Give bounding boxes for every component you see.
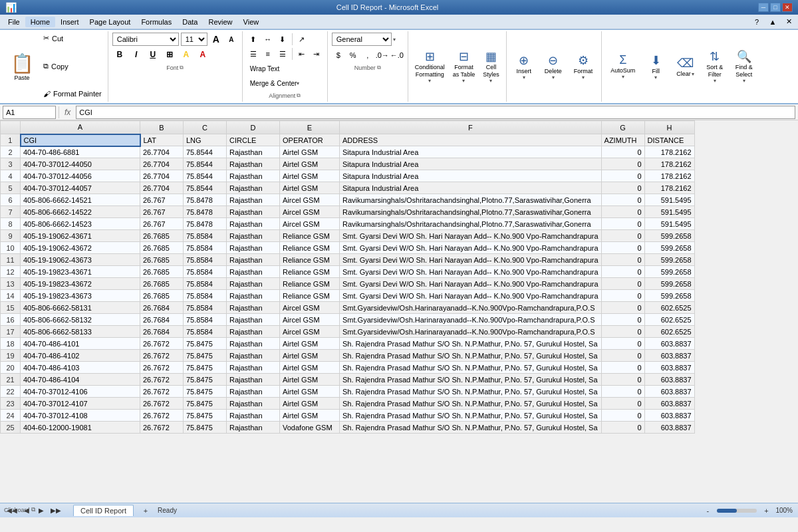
- cell-G3[interactable]: 0: [601, 158, 644, 170]
- cell-G14[interactable]: 0: [601, 290, 644, 302]
- cell-D21[interactable]: Rajasthan: [227, 374, 280, 386]
- cell-B18[interactable]: 26.7672: [140, 338, 184, 350]
- col-header-C[interactable]: C: [184, 121, 227, 134]
- cell-H2[interactable]: 178.2162: [644, 146, 694, 158]
- cell-A8[interactable]: 405-806-6662-14523: [21, 218, 140, 230]
- cell-A11[interactable]: 405-19-19062-43673: [21, 254, 140, 266]
- cell-E5[interactable]: Airtel GSM: [280, 182, 340, 194]
- cell-F14[interactable]: Smt. Gyarsi Devi W/O Sh. Hari Narayan Ad…: [340, 290, 602, 302]
- cell-G20[interactable]: 0: [601, 362, 644, 374]
- cell-H14[interactable]: 599.2658: [644, 290, 694, 302]
- cell-G18[interactable]: 0: [601, 338, 644, 350]
- cell-H8[interactable]: 591.5495: [644, 218, 694, 230]
- cell-H22[interactable]: 603.8837: [644, 386, 694, 398]
- cell-G12[interactable]: 0: [601, 266, 644, 278]
- cell-G4[interactable]: 0: [601, 170, 644, 182]
- cell-E19[interactable]: Airtel GSM: [280, 350, 340, 362]
- cell-D24[interactable]: Rajasthan: [227, 410, 280, 422]
- help-button[interactable]: ?: [750, 15, 763, 29]
- cell-C21[interactable]: 75.8475: [184, 374, 227, 386]
- cell-E24[interactable]: Airtel GSM: [280, 410, 340, 422]
- cell-C12[interactable]: 75.8584: [184, 266, 227, 278]
- conditional-formatting-button[interactable]: ⊞ ConditionalFormatting ▾: [412, 48, 448, 86]
- clear-button[interactable]: ⌫ Clear ▾: [672, 53, 699, 80]
- col-header-B[interactable]: B: [140, 121, 184, 134]
- cell-E21[interactable]: Airtel GSM: [280, 374, 340, 386]
- cell-E15[interactable]: Aircel GSM: [280, 302, 340, 314]
- cell-B3[interactable]: 26.7704: [140, 158, 184, 170]
- cell-B11[interactable]: 26.7685: [140, 254, 184, 266]
- formula-input[interactable]: [76, 106, 795, 119]
- cell-G25[interactable]: 0: [601, 422, 644, 434]
- add-sheet-button[interactable]: +: [139, 504, 152, 517]
- find-select-button[interactable]: 🔍 Find &Select ▾: [731, 46, 757, 88]
- cell-G13[interactable]: 0: [601, 278, 644, 290]
- font-increase-button[interactable]: A: [209, 33, 223, 46]
- cell-D7[interactable]: Rajasthan: [227, 206, 280, 218]
- cell-F13[interactable]: Smt. Gyarsi Devi W/O Sh. Hari Narayan Ad…: [340, 278, 602, 290]
- cell-B6[interactable]: 26.767: [140, 194, 184, 206]
- cell-F17[interactable]: Smt.Gyarsideviw/Osh.Harinarayanadd--K.No…: [340, 326, 602, 338]
- number-format-select[interactable]: General Number Currency: [332, 33, 392, 46]
- cell-C15[interactable]: 75.8584: [184, 302, 227, 314]
- cell-G24[interactable]: 0: [601, 410, 644, 422]
- cell-H24[interactable]: 603.8837: [644, 410, 694, 422]
- cell-G8[interactable]: 0: [601, 218, 644, 230]
- align-middle-button[interactable]: ↔: [261, 33, 275, 46]
- cell-F24[interactable]: Sh. Rajendra Prasad Mathur S/O Sh. N.P.M…: [340, 410, 602, 422]
- cell-G15[interactable]: 0: [601, 302, 644, 314]
- sheet-tab[interactable]: Cell ID Report: [73, 505, 134, 516]
- cell-F22[interactable]: Sh. Rajendra Prasad Mathur S/O Sh. N.P.M…: [340, 386, 602, 398]
- cell-B10[interactable]: 26.7685: [140, 242, 184, 254]
- cell-H1[interactable]: DISTANCE: [644, 134, 694, 146]
- cell-D17[interactable]: Rajasthan: [227, 326, 280, 338]
- percent-button[interactable]: %: [346, 49, 360, 62]
- cell-F1[interactable]: ADDRESS: [340, 134, 602, 146]
- cell-A20[interactable]: 404-70-486-4103: [21, 362, 140, 374]
- clipboard-expand-icon[interactable]: ⧉: [31, 506, 35, 513]
- cell-F25[interactable]: Sh. Rajendra Prasad Mathur S/O Sh. N.P.M…: [340, 422, 602, 434]
- cell-A2[interactable]: 404-70-486-6881: [21, 146, 140, 158]
- cell-F10[interactable]: Smt. Gyarsi Devi W/O Sh. Hari Narayan Ad…: [340, 242, 602, 254]
- cell-B22[interactable]: 26.7672: [140, 386, 184, 398]
- cell-F23[interactable]: Sh. Rajendra Prasad Mathur S/O Sh. N.P.M…: [340, 398, 602, 410]
- cell-F6[interactable]: Ravikumarsinghals/Oshritarachandsinghal,…: [340, 194, 602, 206]
- cell-G6[interactable]: 0: [601, 194, 644, 206]
- cell-D14[interactable]: Rajasthan: [227, 290, 280, 302]
- cell-A7[interactable]: 405-806-6662-14522: [21, 206, 140, 218]
- cell-B4[interactable]: 26.7704: [140, 170, 184, 182]
- cell-D9[interactable]: Rajasthan: [227, 230, 280, 242]
- cell-E9[interactable]: Reliance GSM: [280, 230, 340, 242]
- cell-B21[interactable]: 26.7672: [140, 374, 184, 386]
- cell-D15[interactable]: Rajasthan: [227, 302, 280, 314]
- cell-G23[interactable]: 0: [601, 398, 644, 410]
- cell-E14[interactable]: Reliance GSM: [280, 290, 340, 302]
- cell-H25[interactable]: 603.8837: [644, 422, 694, 434]
- cell-D16[interactable]: Rajasthan: [227, 314, 280, 326]
- border-button[interactable]: ⊞: [162, 47, 177, 62]
- cell-D20[interactable]: Rajasthan: [227, 362, 280, 374]
- cell-B15[interactable]: 26.7684: [140, 302, 184, 314]
- cell-H6[interactable]: 591.5495: [644, 194, 694, 206]
- font-expand-icon[interactable]: ⧉: [180, 65, 184, 71]
- fill-color-button[interactable]: A: [179, 47, 194, 62]
- cell-A3[interactable]: 404-70-37012-44050: [21, 158, 140, 170]
- cell-D1[interactable]: CIRCLE: [227, 134, 280, 146]
- cell-A15[interactable]: 405-806-6662-58131: [21, 302, 140, 314]
- cell-F9[interactable]: Smt. Gyarsi Devi W/O Sh. Hari Narayan Ad…: [340, 230, 602, 242]
- cell-H10[interactable]: 599.2658: [644, 242, 694, 254]
- cell-H13[interactable]: 599.2658: [644, 278, 694, 290]
- cell-G21[interactable]: 0: [601, 374, 644, 386]
- cell-G1[interactable]: AZIMUTH: [601, 134, 644, 146]
- zoom-slider[interactable]: [717, 509, 757, 513]
- cell-G5[interactable]: 0: [601, 182, 644, 194]
- currency-button[interactable]: $: [332, 49, 345, 62]
- ribbon-minimize-button[interactable]: ▲: [766, 15, 779, 29]
- cell-F3[interactable]: Sitapura Industrial Area: [340, 158, 602, 170]
- cell-C10[interactable]: 75.8584: [184, 242, 227, 254]
- format-as-table-button[interactable]: ⊟ Formatas Table ▾: [450, 48, 477, 86]
- cell-A10[interactable]: 405-19-19062-43672: [21, 242, 140, 254]
- font-decrease-button[interactable]: A: [225, 33, 238, 46]
- fill-button[interactable]: ⬇ Fill ▾: [642, 50, 669, 84]
- minimize-button[interactable]: ─: [758, 3, 769, 12]
